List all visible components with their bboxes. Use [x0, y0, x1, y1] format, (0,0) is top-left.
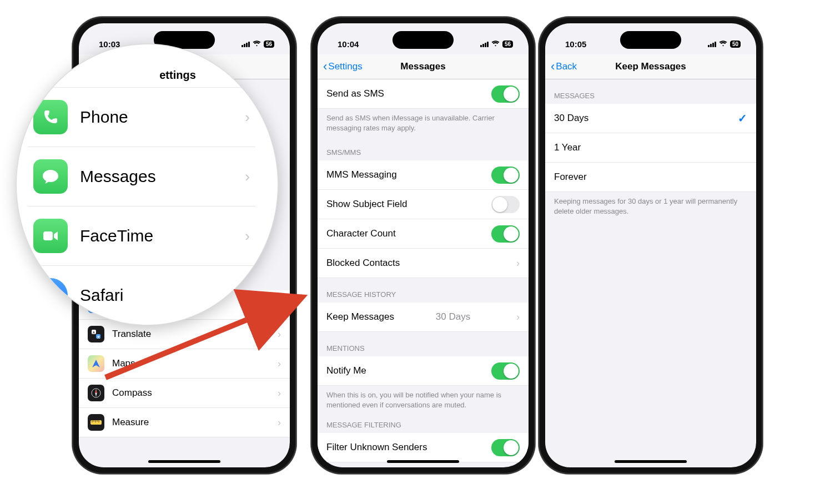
- facetime-icon: [33, 219, 68, 253]
- option-1-year[interactable]: 1 Year: [545, 133, 756, 163]
- mag-item-phone[interactable]: Phone ›: [28, 88, 255, 147]
- row-mms-messaging[interactable]: MMS Messaging: [318, 160, 529, 190]
- option-label: 30 Days: [554, 113, 588, 124]
- battery-level: 56: [502, 41, 513, 48]
- svg-point-13: [43, 288, 58, 303]
- back-label: Back: [556, 61, 577, 72]
- screen-messages-settings: 10:04 56 ‹ Settings Messages Send as SMS…: [318, 23, 529, 467]
- row-label: Measure: [112, 417, 149, 428]
- magnified-settings-circle: ettings Phone › Messages › FaceTime ›: [17, 44, 278, 325]
- row-notify-me[interactable]: Notify Me: [318, 356, 529, 386]
- option-forever[interactable]: Forever: [545, 163, 756, 192]
- chevron-right-icon: ›: [512, 258, 520, 269]
- nav-bar: ‹ Settings Messages: [318, 54, 529, 79]
- row-blocked-contacts[interactable]: Blocked Contacts ›: [318, 249, 529, 278]
- measure-icon: [88, 414, 104, 431]
- header-messages: MESSAGES: [545, 79, 756, 104]
- chevron-right-icon: ›: [273, 387, 281, 399]
- mag-label: Safari: [80, 286, 123, 305]
- wifi-icon: [491, 40, 500, 48]
- row-show-subject[interactable]: Show Subject Field: [318, 190, 529, 219]
- row-label: Notify Me: [326, 365, 366, 376]
- signal-icon: [480, 41, 489, 47]
- row-label: Translate: [112, 329, 151, 340]
- settings-item-compass[interactable]: Compass ›: [79, 379, 290, 408]
- footer-keep: Keeping messages for 30 days or 1 year w…: [545, 192, 756, 219]
- nav-bar: ‹ Back Keep Messages: [545, 54, 756, 79]
- option-30-days[interactable]: 30 Days ✓: [545, 104, 756, 133]
- svg-text:文: 文: [97, 335, 100, 339]
- chevron-right-icon: ›: [512, 311, 520, 323]
- row-keep-messages[interactable]: Keep Messages 30 Days ›: [318, 303, 529, 332]
- status-time: 10:03: [99, 39, 120, 49]
- status-time: 10:04: [338, 39, 359, 49]
- toggle-filter[interactable]: [491, 439, 520, 456]
- translate-icon: A文: [88, 326, 104, 342]
- mag-item-messages[interactable]: Messages ›: [28, 147, 255, 206]
- home-indicator[interactable]: [148, 460, 220, 463]
- row-label: Compass: [112, 387, 152, 399]
- toggle-notify[interactable]: [491, 362, 520, 380]
- settings-item-translate[interactable]: A文 Translate ›: [79, 320, 290, 349]
- mag-label: Messages: [80, 167, 156, 186]
- footer-notify: When this is on, you will be notified wh…: [318, 386, 529, 413]
- option-label: Forever: [554, 172, 587, 183]
- toggle-charcount[interactable]: [491, 225, 520, 243]
- row-label: Character Count: [326, 228, 396, 239]
- mag-label: FaceTime: [80, 226, 153, 245]
- status-right: 56: [480, 40, 513, 48]
- signal-icon: [242, 41, 250, 47]
- signal-icon: [708, 41, 716, 47]
- toggle-send-sms[interactable]: [491, 85, 520, 103]
- back-label: Settings: [328, 61, 362, 72]
- option-label: 1 Year: [554, 142, 581, 153]
- nav-title: Keep Messages: [615, 61, 686, 72]
- battery-level: 56: [264, 41, 274, 48]
- phone-keep-messages: 10:05 50 ‹ Back Keep Messages MESSAGES 3…: [539, 17, 763, 474]
- wifi-icon: [719, 40, 727, 48]
- battery-level: 50: [730, 41, 741, 48]
- home-indicator[interactable]: [615, 460, 687, 463]
- chevron-right-icon: ›: [245, 228, 250, 245]
- svg-point-12: [42, 287, 59, 304]
- mag-item-facetime[interactable]: FaceTime ›: [28, 206, 255, 266]
- footer-send-sms: Send as SMS when iMessage is unavailable…: [318, 109, 529, 136]
- chevron-right-icon: ›: [273, 417, 281, 429]
- toggle-subject[interactable]: [491, 196, 520, 213]
- settings-item-measure[interactable]: Measure ›: [79, 408, 290, 437]
- row-send-as-sms[interactable]: Send as SMS: [318, 79, 529, 109]
- chevron-right-icon: ›: [245, 168, 250, 185]
- header-sms-mms: SMS/MMS: [318, 136, 529, 160]
- chevron-right-icon: ›: [273, 329, 281, 340]
- phone-icon: [33, 100, 68, 134]
- chevron-right-icon: ›: [245, 109, 250, 126]
- back-button[interactable]: ‹ Settings: [323, 61, 363, 72]
- toggle-mms[interactable]: [491, 167, 520, 184]
- wifi-icon: [253, 40, 261, 48]
- row-char-count[interactable]: Character Count: [318, 219, 529, 249]
- row-label: Maps: [112, 358, 135, 369]
- dynamic-island: [393, 31, 454, 49]
- status-time: 10:05: [565, 39, 586, 49]
- chevron-right-icon: ›: [273, 299, 281, 311]
- row-label: Send as SMS: [326, 88, 384, 99]
- header-message-history: MESSAGE HISTORY: [318, 278, 529, 303]
- status-right: 56: [242, 40, 274, 48]
- row-value: 30 Days: [436, 311, 470, 322]
- row-label: MMS Messaging: [326, 169, 397, 180]
- svg-text:A: A: [93, 331, 95, 334]
- status-right: 50: [708, 40, 741, 48]
- header-mentions: MENTIONS: [318, 332, 529, 356]
- safari-icon: [33, 278, 68, 313]
- row-label: Filter Unknown Senders: [326, 442, 427, 453]
- compass-icon: [88, 385, 104, 401]
- settings-item-maps[interactable]: Maps ›: [79, 349, 290, 379]
- home-indicator[interactable]: [387, 460, 459, 463]
- screen-keep-messages: 10:05 50 ‹ Back Keep Messages MESSAGES 3…: [545, 23, 756, 467]
- back-button[interactable]: ‹ Back: [551, 61, 577, 72]
- row-filter-unknown[interactable]: Filter Unknown Senders: [318, 433, 529, 462]
- nav-title: Messages: [400, 61, 445, 72]
- dynamic-island: [620, 31, 681, 49]
- row-label: Blocked Contacts: [326, 258, 400, 269]
- phone-messages-settings: 10:04 56 ‹ Settings Messages Send as SMS…: [311, 17, 535, 474]
